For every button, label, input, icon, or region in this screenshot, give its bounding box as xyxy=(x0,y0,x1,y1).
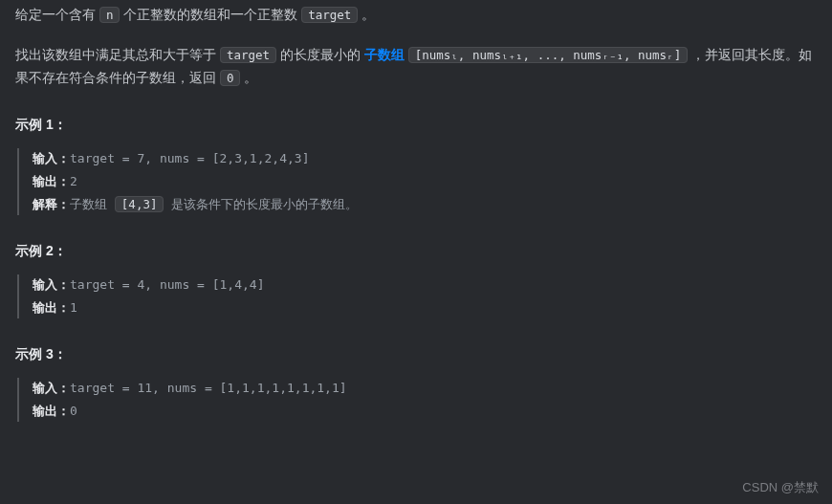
label-input: 输入： xyxy=(33,151,70,165)
example-3-title: 示例 3： xyxy=(15,343,817,366)
text-segment: 找出该数组中满足其总和大于等于 xyxy=(15,47,220,62)
label-input: 输入： xyxy=(33,381,70,395)
example-input-value: target = 11, nums = [1,1,1,1,1,1,1,1] xyxy=(70,381,347,395)
inline-code-subarray: [4,3] xyxy=(115,196,164,212)
example-input-value: target = 4, nums = [1,4,4] xyxy=(70,277,265,292)
example-output-line: 输出：2 xyxy=(33,171,817,192)
problem-description: 给定一个含有 n 个正整数的数组和一个正整数 target 。 找出该数组中满足… xyxy=(15,4,817,89)
link-subarray[interactable]: 子数组 xyxy=(364,47,405,62)
text-segment: 个正整数的数组和一个正整数 xyxy=(123,7,301,22)
label-output: 输出： xyxy=(33,404,70,418)
example-explain-line: 解释：子数组 [4,3] 是该条件下的长度最小的子数组。 xyxy=(33,194,817,215)
example-output-line: 输出：0 xyxy=(33,401,817,422)
example-output-value: 1 xyxy=(70,300,77,315)
text-segment: 的长度最小的 xyxy=(280,47,364,62)
watermark: CSDN @禁默 xyxy=(742,477,819,498)
text-segment: 给定一个含有 xyxy=(15,7,99,22)
inline-code-target: target xyxy=(301,7,358,23)
example-input-value: target = 7, nums = [2,3,1,2,4,3] xyxy=(70,151,309,165)
description-line-1: 给定一个含有 n 个正整数的数组和一个正整数 target 。 xyxy=(15,4,817,27)
example-input-line: 输入：target = 7, nums = [2,3,1,2,4,3] xyxy=(33,148,817,169)
label-input: 输入： xyxy=(33,277,70,292)
example-input-line: 输入：target = 11, nums = [1,1,1,1,1,1,1,1] xyxy=(33,378,817,399)
example-input-line: 输入：target = 4, nums = [1,4,4] xyxy=(33,274,817,296)
example-output-value: 0 xyxy=(70,404,77,418)
text-segment: 。 xyxy=(244,70,257,85)
explain-text: 是该条件下的长度最小的子数组。 xyxy=(171,197,358,211)
explain-text: 子数组 xyxy=(70,197,115,211)
example-2-block: 输入：target = 4, nums = [1,4,4] 输出：1 xyxy=(17,274,817,318)
example-3-block: 输入：target = 11, nums = [1,1,1,1,1,1,1,1]… xyxy=(17,378,817,422)
example-1-title: 示例 1： xyxy=(15,114,817,137)
inline-code-zero: 0 xyxy=(220,70,241,86)
text-segment: 。 xyxy=(361,7,375,22)
description-line-2: 找出该数组中满足其总和大于等于 target 的长度最小的 子数组 [numsₗ… xyxy=(15,44,817,90)
label-output: 输出： xyxy=(33,174,70,188)
label-explain: 解释： xyxy=(33,197,70,211)
inline-code-range: [numsₗ, numsₗ₊₁, ..., numsᵣ₋₁, numsᵣ] xyxy=(408,47,688,63)
example-output-value: 2 xyxy=(70,174,77,188)
example-1-block: 输入：target = 7, nums = [2,3,1,2,4,3] 输出：2… xyxy=(17,148,817,215)
example-2-title: 示例 2： xyxy=(15,240,817,263)
inline-code-n: n xyxy=(99,7,120,23)
example-output-line: 输出：1 xyxy=(33,297,817,318)
inline-code-target: target xyxy=(220,47,276,63)
label-output: 输出： xyxy=(33,300,70,315)
